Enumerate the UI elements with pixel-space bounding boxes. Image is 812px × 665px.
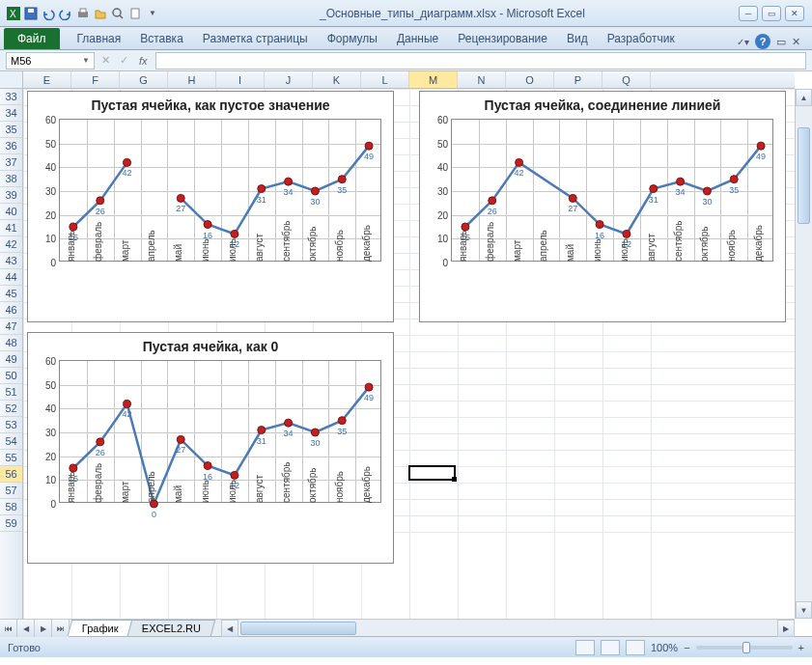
row-header[interactable]: 47 bbox=[0, 319, 22, 335]
chart[interactable]: Пустая ячейка, как 001020304050601526420… bbox=[27, 332, 394, 564]
row-header[interactable]: 42 bbox=[0, 236, 22, 253]
preview-icon[interactable] bbox=[110, 6, 126, 21]
hscroll-thumb[interactable] bbox=[240, 622, 356, 635]
formula-input[interactable] bbox=[155, 52, 806, 69]
y-tick-label: 20 bbox=[45, 451, 60, 461]
row-header[interactable]: 40 bbox=[0, 204, 22, 220]
column-header[interactable]: E bbox=[23, 71, 71, 88]
chart[interactable]: Пустая ячейка, соединение линией01020304… bbox=[419, 91, 786, 322]
row-header[interactable]: 49 bbox=[0, 351, 22, 368]
scroll-up-icon[interactable]: ▲ bbox=[796, 89, 812, 106]
page-break-view-button[interactable] bbox=[626, 640, 645, 655]
column-header[interactable]: O bbox=[506, 71, 554, 88]
chart[interactable]: Пустая ячейка, как пустое значение010203… bbox=[27, 91, 394, 322]
file-tab[interactable]: Файл bbox=[4, 28, 60, 49]
y-tick-label: 30 bbox=[437, 186, 452, 197]
sheet-tab-active[interactable]: График bbox=[68, 620, 133, 636]
cells-area[interactable]: Пустая ячейка, как пустое значение010203… bbox=[23, 89, 795, 619]
row-header[interactable]: 34 bbox=[0, 105, 22, 122]
y-tick-label: 40 bbox=[437, 162, 452, 173]
ribbon-tab[interactable]: Формулы bbox=[318, 28, 387, 49]
row-header[interactable]: 41 bbox=[0, 220, 22, 236]
ribbon-minimize-icon[interactable]: ▭ bbox=[776, 36, 786, 48]
row-header[interactable]: 38 bbox=[0, 171, 22, 187]
active-cell[interactable] bbox=[408, 465, 456, 481]
ribbon-tab[interactable]: Вставка bbox=[130, 28, 193, 49]
zoom-in-icon[interactable]: + bbox=[798, 642, 804, 653]
print-icon[interactable] bbox=[75, 6, 91, 21]
help-icon[interactable]: ? bbox=[755, 34, 770, 49]
row-header[interactable]: 36 bbox=[0, 138, 22, 154]
column-header[interactable]: K bbox=[313, 71, 361, 88]
new-icon[interactable] bbox=[127, 6, 143, 21]
column-header[interactable]: Q bbox=[602, 71, 651, 88]
column-header[interactable]: M bbox=[409, 71, 458, 88]
ribbon-tab[interactable]: Рецензирование bbox=[448, 28, 557, 49]
zoom-level[interactable]: 100% bbox=[651, 642, 678, 653]
maximize-button[interactable]: ▭ bbox=[762, 6, 781, 21]
vscroll-thumb[interactable] bbox=[798, 127, 810, 224]
select-all-corner[interactable] bbox=[0, 71, 23, 89]
row-header[interactable]: 56 bbox=[0, 466, 22, 483]
column-header[interactable]: L bbox=[361, 71, 409, 88]
horizontal-scrollbar[interactable]: ◀ ▶ bbox=[221, 620, 795, 636]
sheet-tab-other[interactable]: EXCEL2.RU bbox=[126, 620, 215, 636]
ribbon-tab[interactable]: Данные bbox=[387, 28, 448, 49]
scroll-right-icon[interactable]: ▶ bbox=[777, 620, 795, 637]
name-box[interactable]: M56 ▼ bbox=[6, 52, 95, 69]
row-header[interactable]: 55 bbox=[0, 450, 22, 466]
zoom-out-icon[interactable]: − bbox=[684, 642, 689, 653]
accept-fx-icon[interactable]: ✓ bbox=[117, 54, 131, 67]
row-header[interactable]: 33 bbox=[0, 89, 22, 105]
row-header[interactable]: 57 bbox=[0, 483, 22, 499]
row-header[interactable]: 54 bbox=[0, 433, 22, 450]
zoom-slider[interactable] bbox=[696, 646, 793, 650]
row-header[interactable]: 46 bbox=[0, 302, 22, 319]
ribbon-tab[interactable]: Разметка страницы bbox=[193, 28, 318, 49]
column-header[interactable]: I bbox=[216, 71, 265, 88]
row-header[interactable]: 37 bbox=[0, 154, 22, 171]
vertical-scrollbar[interactable]: ▲ ▼ bbox=[795, 89, 812, 619]
save-icon[interactable] bbox=[23, 6, 39, 21]
row-header[interactable]: 48 bbox=[0, 335, 22, 351]
row-header[interactable]: 52 bbox=[0, 401, 22, 417]
column-header[interactable]: N bbox=[458, 71, 506, 88]
close-button[interactable]: ✕ bbox=[785, 6, 804, 21]
column-header[interactable]: F bbox=[71, 71, 120, 88]
column-header[interactable]: G bbox=[120, 71, 168, 88]
page-layout-view-button[interactable] bbox=[601, 640, 620, 655]
scroll-left-icon[interactable]: ◀ bbox=[221, 620, 238, 637]
column-header[interactable]: P bbox=[554, 71, 602, 88]
ribbon-tab[interactable]: Разработчик bbox=[598, 28, 685, 49]
row-header[interactable]: 45 bbox=[0, 286, 22, 302]
normal-view-button[interactable] bbox=[575, 640, 595, 655]
fx-icon[interactable]: fx bbox=[135, 55, 152, 67]
column-header[interactable]: J bbox=[265, 71, 313, 88]
sheet-nav-next-icon[interactable]: ▶ bbox=[35, 620, 52, 637]
minimize-button[interactable]: ─ bbox=[739, 6, 758, 21]
customize-ribbon-icon[interactable]: ✓▾ bbox=[737, 37, 749, 47]
chart-line bbox=[60, 120, 380, 261]
row-header[interactable]: 39 bbox=[0, 187, 22, 204]
open-icon[interactable] bbox=[93, 6, 108, 21]
doc-close-icon[interactable]: ✕ bbox=[792, 36, 800, 48]
column-header[interactable]: H bbox=[168, 71, 216, 88]
scroll-down-icon[interactable]: ▼ bbox=[796, 601, 812, 619]
name-box-dropdown-icon[interactable]: ▼ bbox=[82, 56, 90, 65]
cancel-fx-icon[interactable]: ✕ bbox=[98, 54, 113, 67]
row-header[interactable]: 51 bbox=[0, 384, 22, 401]
ribbon-tab[interactable]: Вид bbox=[557, 28, 598, 49]
row-header[interactable]: 59 bbox=[0, 515, 22, 532]
qat-dropdown-icon[interactable]: ▼ bbox=[145, 6, 160, 21]
row-header[interactable]: 43 bbox=[0, 253, 22, 269]
sheet-nav-prev-icon[interactable]: ◀ bbox=[17, 620, 35, 637]
row-header[interactable]: 58 bbox=[0, 499, 22, 515]
row-header[interactable]: 53 bbox=[0, 417, 22, 433]
undo-icon[interactable] bbox=[41, 6, 56, 21]
row-header[interactable]: 35 bbox=[0, 122, 22, 138]
sheet-nav-first-icon[interactable]: ⏮ bbox=[0, 620, 17, 637]
redo-icon[interactable] bbox=[58, 6, 73, 21]
row-header[interactable]: 50 bbox=[0, 368, 22, 384]
ribbon-tab[interactable]: Главная bbox=[68, 28, 131, 49]
row-header[interactable]: 44 bbox=[0, 269, 22, 286]
